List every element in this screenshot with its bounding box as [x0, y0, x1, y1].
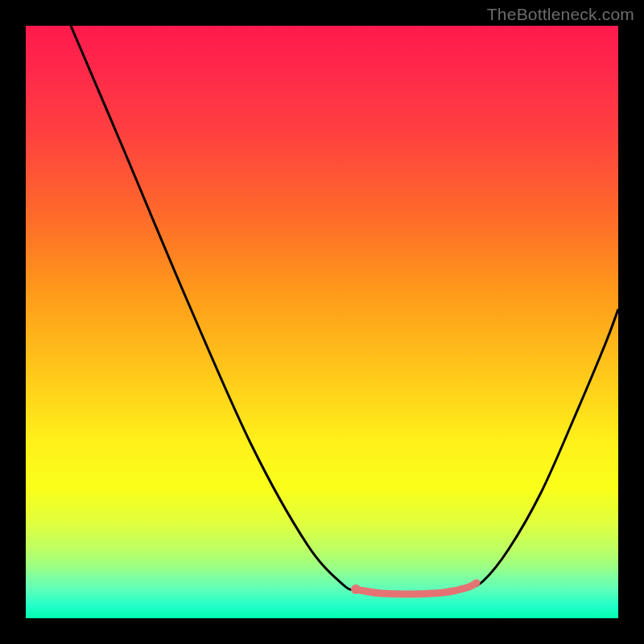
chart-svg — [26, 26, 618, 618]
curve-path — [71, 26, 618, 594]
chart-frame: TheBottleneck.com — [0, 0, 644, 644]
plot-area — [26, 26, 618, 618]
source-label: TheBottleneck.com — [487, 5, 634, 24]
start-dot — [351, 584, 361, 594]
highlight-path — [356, 583, 477, 594]
